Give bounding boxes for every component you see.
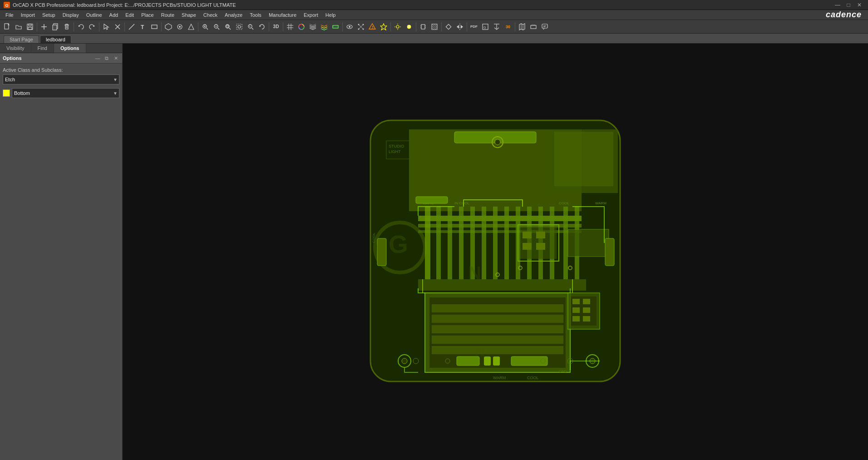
- svg-rect-144: [572, 299, 580, 304]
- menu-shape[interactable]: Shape: [178, 10, 200, 20]
- toolbar-count[interactable]: 30: [503, 21, 513, 32]
- toolbar-grid[interactable]: [285, 21, 296, 32]
- menu-tools[interactable]: Tools: [246, 10, 265, 20]
- toolbar-3d[interactable]: 3D: [271, 21, 281, 32]
- toolbar-place-comp[interactable]: [528, 21, 539, 32]
- svg-text:IN  COOL: IN COOL: [454, 201, 469, 205]
- panel-tab-visibility[interactable]: Visibility: [0, 44, 31, 53]
- minimize-button[interactable]: —: [833, 0, 843, 10]
- menu-outline[interactable]: Outline: [83, 10, 106, 20]
- subclass-color-swatch[interactable]: [3, 89, 10, 97]
- toolbar-map[interactable]: [517, 21, 528, 32]
- canvas-area[interactable]: STUDIO LIGHT WARM IN COOL COOL WARM: [123, 44, 868, 460]
- toolbar-export-gerber[interactable]: G: [480, 21, 491, 32]
- svg-rect-131: [536, 243, 545, 250]
- menubar: File Import Setup Display Outline Add Ed…: [0, 10, 868, 20]
- toolbar-via[interactable]: [163, 21, 174, 32]
- toolbar-rect[interactable]: [149, 21, 160, 32]
- svg-rect-84: [531, 25, 536, 29]
- tab-ledboard[interactable]: ledboard: [40, 35, 71, 43]
- toolbar-refresh[interactable]: [256, 21, 267, 32]
- toolbar-zoom-out[interactable]: [211, 21, 222, 32]
- svg-rect-9: [53, 25, 57, 30]
- menu-add[interactable]: Add: [106, 10, 122, 20]
- toolbar-pin[interactable]: [174, 21, 185, 32]
- svg-point-21: [179, 26, 181, 28]
- toolbar-fanout[interactable]: [186, 21, 197, 32]
- panel-close-button[interactable]: ✕: [112, 54, 119, 62]
- svg-rect-4: [29, 24, 31, 26]
- menu-route[interactable]: Route: [158, 10, 178, 20]
- svg-line-16: [129, 24, 134, 30]
- menu-file[interactable]: File: [2, 10, 17, 20]
- toolbar-sep-8: [283, 22, 283, 31]
- toolbar-vis-eye[interactable]: [344, 21, 355, 32]
- toolbar-zoom-fit[interactable]: [222, 21, 233, 32]
- menu-analyze[interactable]: Analyze: [221, 10, 246, 20]
- toolbar-color[interactable]: [296, 21, 307, 32]
- tab-startpage[interactable]: Start Page: [4, 35, 39, 43]
- toolbar-mirror[interactable]: [454, 21, 465, 32]
- toolbar-drc[interactable]: !: [367, 21, 378, 32]
- toolbar-rotate[interactable]: [443, 21, 454, 32]
- toolbar-speech[interactable]: [539, 21, 550, 32]
- toolbar-sep-7: [269, 22, 269, 31]
- class-dropdown[interactable]: Etch Board Geometry Package Keepout Via: [3, 74, 119, 84]
- toolbar-layers[interactable]: [307, 21, 318, 32]
- svg-text:T: T: [141, 24, 144, 30]
- svg-text:WARM: WARM: [493, 376, 506, 380]
- toolbar-redo[interactable]: [87, 21, 98, 32]
- maximize-button[interactable]: □: [843, 0, 853, 10]
- toolbar-copy[interactable]: [50, 21, 61, 32]
- toolbar-component[interactable]: [418, 21, 429, 32]
- toolbar-new[interactable]: [2, 21, 13, 32]
- toolbar-text[interactable]: T: [138, 21, 148, 32]
- menu-export[interactable]: Export: [300, 10, 322, 20]
- toolbar-select[interactable]: [101, 21, 112, 32]
- svg-point-44: [349, 26, 350, 28]
- menu-edit[interactable]: Edit: [122, 10, 138, 20]
- toolbar-xhatch[interactable]: [429, 21, 440, 32]
- svg-text:STUDIO: STUDIO: [389, 144, 404, 148]
- toolbar-sun[interactable]: [392, 21, 403, 32]
- subclass-dropdown[interactable]: Bottom Top Inner1 Inner2: [12, 88, 119, 98]
- menu-check[interactable]: Check: [200, 10, 221, 20]
- svg-rect-138: [432, 315, 563, 323]
- toolbar-highlight[interactable]: [378, 21, 389, 32]
- svg-rect-113: [436, 207, 441, 279]
- close-button[interactable]: ✕: [854, 0, 864, 10]
- toolbar-cancel[interactable]: [112, 21, 123, 32]
- panel-tab-options[interactable]: Options: [54, 44, 86, 53]
- toolbar-open[interactable]: [13, 21, 24, 32]
- svg-line-23: [207, 28, 208, 29]
- svg-text:WARM: WARM: [595, 201, 607, 205]
- toolbar-ratsnest[interactable]: [355, 21, 366, 32]
- toolbar-layers2[interactable]: [319, 21, 330, 32]
- panel-detach-button[interactable]: ⧉: [103, 54, 110, 62]
- toolbar-undo[interactable]: [75, 21, 86, 32]
- toolbar-zoom-previous[interactable]: [245, 21, 256, 32]
- toolbar-delete[interactable]: [61, 21, 72, 32]
- panel-minimize-button[interactable]: —: [94, 54, 101, 62]
- toolbar-export2[interactable]: [491, 21, 502, 32]
- toolbar-zoom-window[interactable]: [234, 21, 245, 32]
- toolbar-sunbright[interactable]: [404, 21, 414, 32]
- menu-place[interactable]: Place: [138, 10, 158, 20]
- menu-manufacture[interactable]: Manufacture: [265, 10, 300, 20]
- toolbar-draw-line[interactable]: [126, 21, 137, 32]
- titlebar-controls: — □ ✕: [833, 0, 864, 10]
- menu-help[interactable]: Help: [322, 10, 340, 20]
- menu-setup[interactable]: Setup: [39, 10, 59, 20]
- toolbar-zoom-in[interactable]: [200, 21, 211, 32]
- toolbar-add[interactable]: [39, 21, 49, 32]
- menu-import[interactable]: Import: [17, 10, 39, 20]
- toolbar-export-pdf[interactable]: PDF: [469, 21, 479, 32]
- toolbar-save[interactable]: [25, 21, 35, 32]
- svg-text:COOL: COOL: [559, 201, 569, 205]
- toolbar-layer-icon[interactable]: [330, 21, 341, 32]
- svg-rect-167: [605, 238, 614, 266]
- svg-point-54: [396, 25, 399, 28]
- panel-tab-find[interactable]: Find: [31, 44, 54, 53]
- menu-display[interactable]: Display: [59, 10, 83, 20]
- tabbar: Start Page ledboard: [0, 34, 868, 44]
